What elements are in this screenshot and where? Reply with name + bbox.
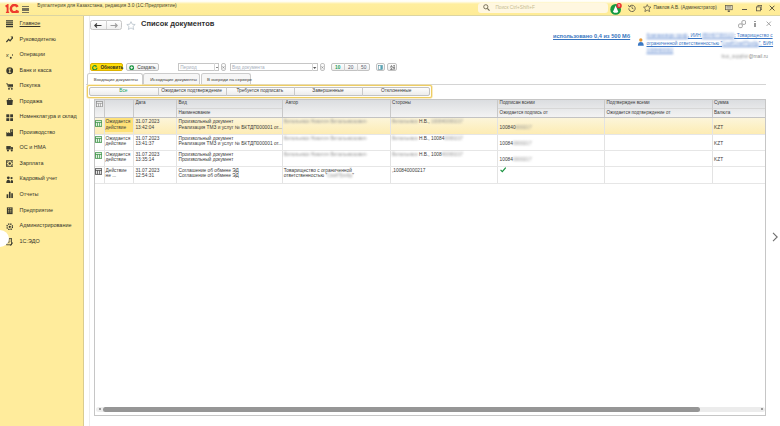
svg-text:9: 9: [618, 3, 620, 8]
svg-text:x: x: [6, 52, 10, 58]
